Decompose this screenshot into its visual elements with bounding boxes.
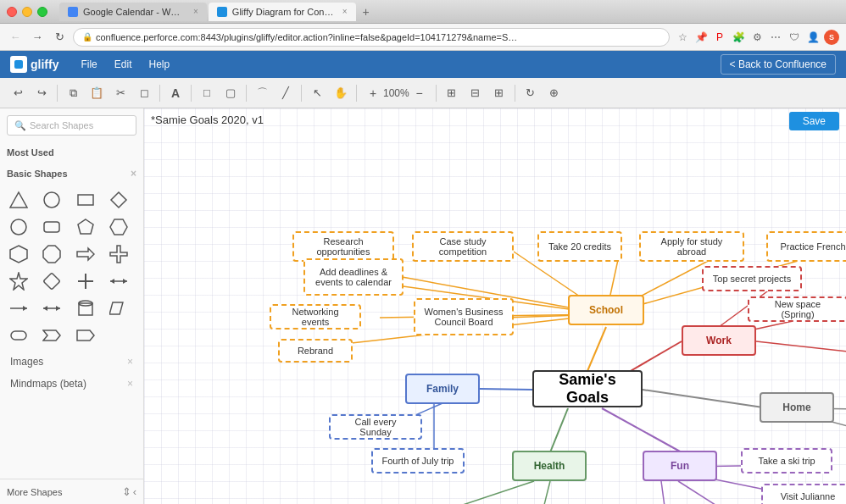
profile-icon[interactable]: 👤 [805, 30, 821, 45]
rotate-cw-button[interactable]: ↻ [520, 82, 542, 104]
curve-button[interactable]: ⌒ [251, 82, 273, 104]
undo-button[interactable]: ↩ [7, 82, 29, 104]
chevron-shape[interactable] [40, 324, 64, 347]
images-section[interactable]: Images × [0, 351, 143, 373]
hexagon2-shape[interactable] [7, 242, 31, 266]
work-node[interactable]: Work [682, 325, 756, 356]
cut-button[interactable]: ✂ [109, 82, 131, 104]
back-to-confluence-button[interactable]: < Back to Confluence [721, 54, 836, 75]
case-study-node[interactable]: Case study competition [412, 231, 514, 262]
take-ski-node[interactable]: Take a ski trip [741, 448, 832, 474]
zoom-in-button[interactable]: + [365, 85, 381, 102]
hand-button[interactable]: ✋ [330, 82, 352, 104]
forward-button[interactable]: → [29, 29, 46, 46]
fit-width-button[interactable]: ⊞ [441, 82, 463, 104]
rounded-rect2-shape[interactable] [7, 324, 31, 347]
images-close[interactable]: × [127, 356, 133, 368]
call-sunday-node[interactable]: Call every Sunday [329, 414, 422, 440]
tab-gliffy[interactable]: Gliffy Diagram for Confluence × [209, 3, 356, 21]
parallelogram-shape[interactable] [107, 296, 131, 320]
file-menu[interactable]: File [72, 51, 105, 78]
user-avatar[interactable]: S [824, 30, 839, 45]
redo-button[interactable]: ↪ [31, 82, 53, 104]
address-bar[interactable]: 🔒 confluence.perforce.com:8443/plugins/g… [73, 28, 670, 47]
fit-height-button[interactable]: ⊟ [465, 82, 487, 104]
womens-business-node[interactable]: Women's Business Council Board [414, 298, 514, 335]
search-shapes-input[interactable]: 🔍 Search Shapes [7, 115, 136, 136]
mindmaps-close[interactable]: × [127, 378, 133, 390]
plus-shape[interactable] [74, 269, 97, 293]
networking-node[interactable]: Networking events [270, 304, 361, 330]
chevron2-shape[interactable] [74, 324, 97, 347]
take-credits-node[interactable]: Take 20 credits [537, 231, 622, 262]
bookmark-icon[interactable]: ☆ [675, 30, 690, 45]
edit-menu[interactable]: Edit [106, 51, 141, 78]
dbl-arrow-shape[interactable] [40, 296, 64, 320]
rect-button[interactable]: □ [196, 82, 218, 104]
line-button[interactable]: ╱ [275, 82, 297, 104]
new-space-node[interactable]: New space (Spring) [748, 296, 846, 322]
save-button[interactable]: Save [789, 112, 839, 130]
star-shape[interactable] [7, 269, 31, 293]
top-secret-node[interactable]: Top secret projects [702, 266, 802, 291]
shapes-button[interactable]: ◻ [133, 82, 155, 104]
main-goal-node[interactable]: Samie's Goals [532, 370, 643, 407]
home-node[interactable]: Home [760, 392, 834, 423]
circle-shape[interactable] [7, 215, 31, 239]
cross-shape[interactable] [107, 242, 131, 266]
layers-button[interactable]: ⊕ [543, 82, 565, 104]
july-trip-node[interactable]: Fourth of July trip [371, 448, 465, 474]
shield-icon[interactable]: 🛡 [787, 30, 802, 45]
canvas-area[interactable]: *Samie Goals 2020, v1 Save [144, 108, 846, 504]
school-node[interactable]: School [568, 295, 644, 325]
collapse-sidebar-button[interactable]: ⇕ ‹ [122, 485, 136, 498]
practice-french-node[interactable]: Practice French [766, 231, 846, 262]
visit-julianne-node[interactable]: Visit Julianne [761, 484, 846, 504]
arrow-both-shape[interactable] [107, 269, 131, 293]
hexagon-shape[interactable] [107, 215, 131, 239]
triangle-shape[interactable] [7, 188, 31, 212]
more-shapes-button[interactable]: More Shapes [7, 487, 62, 497]
add-deadlines-node[interactable]: Add deadlines & events to calendar [303, 258, 404, 296]
text-button[interactable]: A [164, 82, 186, 104]
arrow-right-shape[interactable] [74, 242, 97, 266]
rebrand-node[interactable]: Rebrand [278, 339, 353, 363]
tab-gliffy-close[interactable]: × [342, 7, 348, 16]
refresh-button[interactable]: ↻ [51, 29, 68, 46]
pin-icon[interactable]: 📌 [693, 30, 709, 45]
pentagon-shape[interactable] [74, 215, 97, 239]
pinterest-icon[interactable]: P [712, 30, 727, 45]
basic-shapes-close[interactable]: × [131, 168, 136, 180]
tab-calendar-close[interactable]: × [193, 7, 198, 16]
fullscreen-button[interactable] [37, 7, 47, 17]
fun-node[interactable]: Fun [643, 451, 717, 481]
rounded-rect-button[interactable]: ▢ [220, 82, 242, 104]
zoom-out-button[interactable]: − [411, 85, 428, 102]
minimize-button[interactable] [22, 7, 32, 17]
select-button[interactable]: ↖ [306, 82, 328, 104]
octagon-shape[interactable] [40, 242, 64, 266]
close-button[interactable] [7, 7, 17, 17]
rounded-rect-shape[interactable] [40, 215, 64, 239]
cylinder-shape[interactable] [74, 296, 97, 320]
ellipse-shape[interactable] [40, 188, 64, 212]
copy-button[interactable]: ⧉ [62, 82, 84, 104]
fit-all-button[interactable]: ⊞ [488, 82, 510, 104]
apply-abroad-node[interactable]: Apply for study abroad [639, 231, 744, 262]
research-node[interactable]: Research opportunities [292, 231, 394, 262]
arrow-right2-shape[interactable] [7, 296, 31, 320]
rounded-diamond[interactable] [40, 269, 64, 293]
health-node[interactable]: Health [512, 451, 587, 481]
paste-button[interactable]: 📋 [86, 82, 108, 104]
mindmaps-section[interactable]: Mindmaps (beta) × [0, 373, 143, 395]
rect-shape[interactable] [74, 188, 97, 212]
add-tab-button[interactable]: + [358, 3, 375, 20]
back-button[interactable]: ← [7, 29, 24, 46]
diamond-shape[interactable] [107, 188, 131, 212]
more-icon[interactable]: ⋯ [768, 30, 783, 45]
family-node[interactable]: Family [405, 374, 480, 404]
help-menu[interactable]: Help [140, 51, 178, 78]
settings-icon[interactable]: ⚙ [749, 30, 765, 45]
extensions-icon[interactable]: 🧩 [731, 30, 746, 45]
tab-calendar[interactable]: Google Calendar - Week of De... × [59, 3, 207, 21]
